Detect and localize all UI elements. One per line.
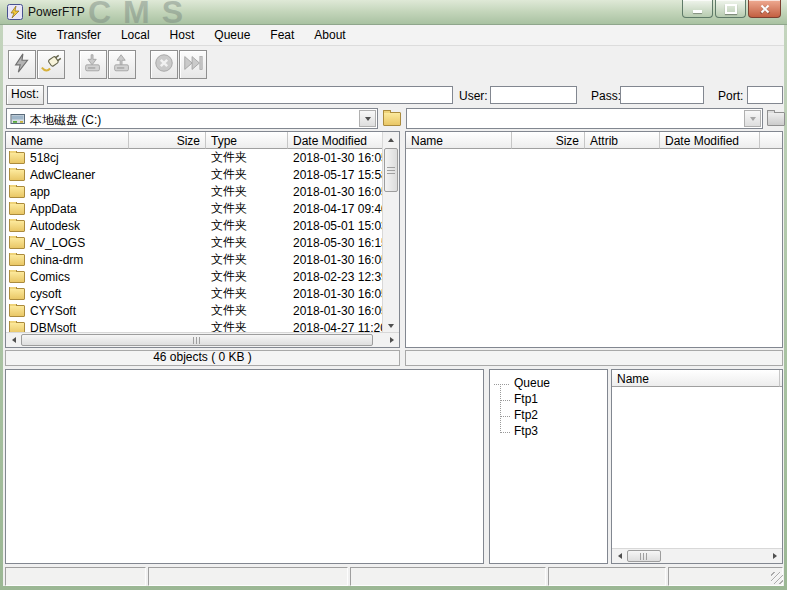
file-row[interactable]: Autodesk文件夹2018-05-01 15:03 bbox=[6, 217, 383, 234]
file-name: Autodesk bbox=[30, 219, 80, 233]
local-horizontal-scrollbar[interactable] bbox=[6, 332, 399, 347]
file-name: AV_LOGS bbox=[30, 236, 85, 250]
file-date-cell: 2018-05-30 16:15 bbox=[288, 236, 383, 250]
column-header-name[interactable]: Name bbox=[406, 132, 512, 149]
scroll-down-button[interactable] bbox=[383, 318, 399, 333]
column-header-size[interactable]: Size bbox=[129, 132, 206, 149]
column-header-size[interactable]: Size bbox=[512, 132, 585, 149]
file-row[interactable]: china-drm文件夹2018-01-30 16:05 bbox=[6, 251, 383, 268]
file-row[interactable]: DBMsoft文件夹2018-04-27 11:20 bbox=[6, 319, 383, 333]
file-type-cell: 文件夹 bbox=[206, 268, 288, 285]
queue-horizontal-scrollbar[interactable] bbox=[612, 548, 782, 563]
menu-item-about[interactable]: About bbox=[304, 25, 355, 45]
column-header-date-modified[interactable]: Date Modified bbox=[660, 132, 760, 149]
tree-connector bbox=[500, 416, 510, 433]
log-panel bbox=[5, 369, 484, 564]
file-type-cell: 文件夹 bbox=[206, 234, 288, 251]
column-header-name[interactable]: Name bbox=[612, 370, 780, 387]
menu-item-host[interactable]: Host bbox=[160, 25, 205, 45]
file-name: AppData bbox=[30, 202, 77, 216]
abort-button[interactable] bbox=[150, 50, 178, 79]
tree-item-ftp3[interactable]: Ftp3 bbox=[490, 424, 607, 440]
scroll-left-button[interactable] bbox=[612, 549, 627, 563]
remote-list-header: NameSizeAttribDate Modified bbox=[406, 132, 782, 149]
user-input[interactable] bbox=[490, 86, 577, 104]
file-row[interactable]: app文件夹2018-01-30 16:05 bbox=[6, 183, 383, 200]
folder-icon bbox=[9, 169, 25, 181]
quick-connect-button[interactable] bbox=[8, 50, 36, 79]
file-row[interactable]: AV_LOGS文件夹2018-05-30 16:15 bbox=[6, 234, 383, 251]
scroll-right-button[interactable] bbox=[384, 333, 399, 347]
port-label: Port: bbox=[718, 89, 743, 103]
tree-item-label: Ftp3 bbox=[514, 424, 538, 438]
folder-icon bbox=[9, 237, 25, 249]
upload-button[interactable] bbox=[108, 50, 136, 79]
file-row[interactable]: Comics文件夹2018-02-23 12:39 bbox=[6, 268, 383, 285]
maximize-button[interactable] bbox=[715, 0, 746, 18]
local-folder-button[interactable] bbox=[381, 110, 403, 128]
grip-icon bbox=[640, 553, 648, 560]
file-name-cell: CYYSoft bbox=[6, 304, 129, 318]
close-button[interactable] bbox=[748, 0, 781, 18]
file-date-cell: 2018-01-30 16:05 bbox=[288, 185, 383, 199]
column-header-attrib[interactable]: Attrib bbox=[585, 132, 660, 149]
file-row[interactable]: CYYSoft文件夹2018-01-30 16:05 bbox=[6, 302, 383, 319]
desktop-watermark: CMS bbox=[88, 0, 195, 25]
scrollbar-thumb[interactable] bbox=[627, 550, 661, 562]
pass-input[interactable] bbox=[620, 86, 704, 104]
host-input[interactable] bbox=[47, 86, 453, 104]
file-row[interactable]: AppData文件夹2018-04-17 09:40 bbox=[6, 200, 383, 217]
file-date-cell: 2018-05-17 15:58 bbox=[288, 168, 383, 182]
local-drive-combobox[interactable]: 本地磁盘 (C:) bbox=[6, 108, 378, 129]
folder-icon bbox=[9, 305, 25, 317]
local-vertical-scrollbar[interactable] bbox=[382, 132, 399, 333]
menu-item-transfer[interactable]: Transfer bbox=[47, 25, 111, 45]
minimize-button[interactable] bbox=[682, 0, 713, 18]
file-date-cell: 2018-01-30 16:05 bbox=[288, 287, 383, 301]
menu-item-local[interactable]: Local bbox=[111, 25, 160, 45]
port-input[interactable] bbox=[747, 86, 783, 104]
scroll-right-button[interactable] bbox=[767, 549, 782, 563]
scroll-up-button[interactable] bbox=[383, 132, 399, 147]
remote-path-dropdown-button[interactable] bbox=[744, 110, 761, 127]
file-row[interactable]: 518cj文件夹2018-01-30 16:05 bbox=[6, 149, 383, 166]
transfer-queue-button[interactable] bbox=[179, 50, 207, 79]
statusbar-panel-5 bbox=[668, 567, 783, 586]
file-name: AdwCleaner bbox=[30, 168, 95, 182]
tree-item-label: Ftp1 bbox=[514, 392, 538, 406]
close-icon bbox=[760, 4, 770, 14]
statusbar-panel-2 bbox=[148, 567, 348, 586]
scrollbar-thumb[interactable] bbox=[384, 148, 398, 192]
column-header-name[interactable]: Name bbox=[6, 132, 129, 149]
fast-forward-icon bbox=[182, 52, 204, 77]
menu-item-feat[interactable]: Feat bbox=[260, 25, 304, 45]
local-drive-dropdown-button[interactable] bbox=[359, 110, 376, 127]
file-name-cell: AdwCleaner bbox=[6, 168, 129, 182]
remote-folder-button[interactable] bbox=[765, 110, 787, 128]
scrollbar-thumb[interactable] bbox=[21, 334, 373, 346]
resize-grip[interactable] bbox=[771, 572, 783, 584]
column-header-type[interactable]: Type bbox=[206, 132, 288, 149]
menu-item-queue[interactable]: Queue bbox=[204, 25, 260, 45]
file-type-cell: 文件夹 bbox=[206, 217, 288, 234]
maximize-icon bbox=[725, 4, 737, 14]
remote-path-combobox[interactable] bbox=[406, 108, 763, 129]
download-button[interactable] bbox=[79, 50, 107, 79]
arrow-right-icon bbox=[773, 553, 777, 559]
file-row[interactable]: AdwCleaner文件夹2018-05-17 15:58 bbox=[6, 166, 383, 183]
file-name-cell: cysoft bbox=[6, 287, 129, 301]
upload-icon bbox=[111, 52, 133, 77]
toolbar bbox=[3, 46, 784, 83]
file-date-cell: 2018-04-17 09:40 bbox=[288, 202, 383, 216]
host-label-button[interactable]: Host: bbox=[6, 85, 44, 105]
file-name-cell: Autodesk bbox=[6, 219, 129, 233]
column-header-date-modified[interactable]: Date Modified bbox=[288, 132, 383, 149]
connect-button[interactable] bbox=[37, 50, 65, 79]
file-row[interactable]: cysoft文件夹2018-01-30 16:05 bbox=[6, 285, 383, 302]
menu-item-site[interactable]: Site bbox=[6, 25, 47, 45]
scroll-left-button[interactable] bbox=[6, 333, 21, 347]
grip-icon bbox=[387, 167, 395, 174]
download-icon bbox=[82, 52, 104, 77]
file-date-cell: 2018-05-01 15:03 bbox=[288, 219, 383, 233]
title-bar[interactable]: CMS PowerFTP bbox=[0, 0, 787, 25]
